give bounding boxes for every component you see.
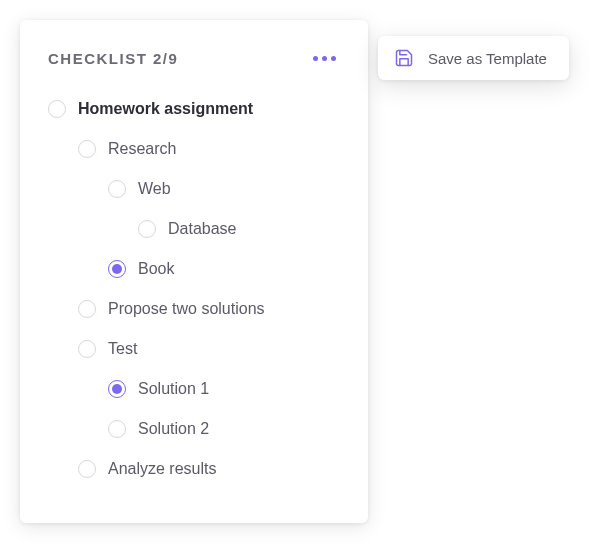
checklist-radio[interactable] [78, 140, 96, 158]
checklist-item-label: Book [138, 259, 174, 280]
checklist-item[interactable]: Web [48, 169, 340, 209]
checklist-item-label: Database [168, 219, 237, 240]
checklist-item[interactable]: Database [48, 209, 340, 249]
checklist-items: Homework assignmentResearchWebDatabaseBo… [48, 89, 340, 489]
checklist-item-label: Homework assignment [78, 99, 253, 120]
checklist-radio[interactable] [108, 180, 126, 198]
checklist-item-label: Propose two solutions [108, 299, 265, 320]
checklist-radio[interactable] [108, 260, 126, 278]
checklist-card: CHECKLIST 2/9 Homework assignmentResearc… [20, 20, 368, 523]
save-icon [394, 48, 414, 68]
save-template-label: Save as Template [428, 50, 547, 67]
checklist-radio[interactable] [108, 420, 126, 438]
more-options-button[interactable] [309, 52, 340, 65]
checklist-item-label: Research [108, 139, 176, 160]
checklist-item[interactable]: Test [48, 329, 340, 369]
ellipsis-icon [313, 56, 318, 61]
checklist-item[interactable]: Solution 1 [48, 369, 340, 409]
checklist-item-label: Web [138, 179, 171, 200]
checklist-radio[interactable] [78, 300, 96, 318]
checklist-title: CHECKLIST 2/9 [48, 50, 178, 67]
checklist-item[interactable]: Book [48, 249, 340, 289]
checklist-item-label: Analyze results [108, 459, 217, 480]
checklist-item-label: Test [108, 339, 137, 360]
checklist-item[interactable]: Analyze results [48, 449, 340, 489]
checklist-item[interactable]: Propose two solutions [48, 289, 340, 329]
checklist-radio[interactable] [108, 380, 126, 398]
card-header: CHECKLIST 2/9 [48, 50, 340, 67]
ellipsis-icon [331, 56, 336, 61]
checklist-radio[interactable] [138, 220, 156, 238]
checklist-item[interactable]: Research [48, 129, 340, 169]
checklist-radio[interactable] [78, 340, 96, 358]
checklist-item-label: Solution 1 [138, 379, 209, 400]
save-template-menu-item[interactable]: Save as Template [378, 36, 569, 80]
ellipsis-icon [322, 56, 327, 61]
checklist-radio[interactable] [78, 460, 96, 478]
checklist-item-label: Solution 2 [138, 419, 209, 440]
checklist-item[interactable]: Homework assignment [48, 89, 340, 129]
checklist-item[interactable]: Solution 2 [48, 409, 340, 449]
checklist-radio[interactable] [48, 100, 66, 118]
